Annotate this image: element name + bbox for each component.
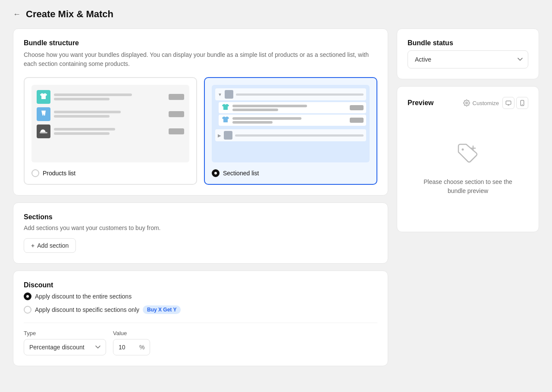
- discount-radio-group: Apply discount to the entire sections Ap…: [24, 292, 377, 314]
- sectioned-list-radio[interactable]: [212, 169, 220, 177]
- preview-lines-1: [54, 93, 165, 100]
- sectioned-list-option[interactable]: ▼: [204, 77, 377, 185]
- discount-fields: Type Percentage discount Fixed amount di…: [24, 330, 377, 355]
- value-input[interactable]: [113, 339, 139, 355]
- view-buttons: [502, 97, 528, 109]
- products-list-label: Products list: [43, 170, 75, 177]
- sectioned-list-label: Sectioned list: [223, 170, 259, 177]
- preview-icon-3: [37, 124, 50, 138]
- customize-button[interactable]: Customize: [463, 100, 499, 106]
- item-lines-2: [232, 117, 347, 124]
- preview-row-2: [37, 107, 184, 121]
- products-list-label-row: Products list: [31, 169, 189, 177]
- value-label: Value: [113, 330, 150, 336]
- value-field-group: Value %: [113, 330, 150, 355]
- structure-options: Products list ▼: [24, 77, 377, 185]
- customize-icon: [463, 100, 470, 106]
- left-column: Bundle structure Choose how you want you…: [13, 28, 388, 366]
- type-label: Type: [24, 330, 106, 336]
- main-layout: Bundle structure Choose how you want you…: [0, 28, 552, 379]
- products-list-option[interactable]: Products list: [24, 77, 197, 185]
- bundle-status-title: Bundle status: [408, 39, 528, 47]
- specific-sections-label: Apply discount to specific sections only: [35, 306, 139, 313]
- empty-state-icon: [456, 142, 480, 171]
- section-title-line: [236, 93, 364, 96]
- bundle-structure-desc: Choose how you want your bundles display…: [24, 50, 377, 68]
- item-lines-1: [232, 105, 347, 111]
- svg-point-7: [462, 149, 464, 151]
- plus-icon: +: [31, 242, 34, 249]
- section-icon: [225, 90, 233, 99]
- page-title: Create Mix & Match: [26, 9, 113, 20]
- page-header: ← Create Mix & Match: [0, 0, 552, 28]
- svg-rect-2: [506, 101, 511, 104]
- discount-radio-row-1: Apply discount to the entire sections: [24, 292, 377, 300]
- section-item-1: [219, 102, 366, 113]
- chevron-down-icon: ▼: [218, 92, 222, 97]
- preview-lines-3: [54, 128, 165, 135]
- back-button[interactable]: ←: [13, 10, 21, 19]
- sections-card: Sections Add sections you want your cust…: [13, 202, 388, 264]
- customize-label: Customize: [473, 100, 499, 106]
- preview-btn-1: [169, 94, 184, 100]
- preview-empty-state: Please choose section to see the bundle …: [408, 116, 528, 221]
- svg-point-1: [466, 102, 467, 104]
- divider: [24, 323, 377, 323]
- buy-x-get-y-badge: Buy X Get Y: [143, 305, 181, 314]
- desktop-icon: [505, 100, 511, 106]
- bundle-structure-title: Bundle structure: [24, 39, 377, 47]
- bundle-status-card: Bundle status Active Draft: [397, 28, 539, 79]
- svg-rect-0: [40, 132, 47, 134]
- sectioned-list-label-row: Sectioned list: [212, 169, 370, 177]
- add-section-label: Add section: [37, 242, 69, 249]
- section-title-line-2: [235, 134, 364, 137]
- sectioned-list-illustration: ▼: [212, 85, 370, 162]
- preview-title: Preview: [408, 99, 433, 107]
- value-unit: %: [139, 339, 150, 355]
- desktop-view-button[interactable]: [502, 97, 514, 109]
- value-input-wrap: %: [113, 339, 150, 355]
- section-header-expanded: ▼: [215, 88, 366, 100]
- preview-card: Preview Customize: [397, 86, 539, 232]
- entire-sections-label: Apply discount to the entire sections: [35, 293, 132, 300]
- preview-row-1: [37, 90, 184, 104]
- products-list-illustration: [31, 85, 189, 162]
- tshirt-icon-2: [221, 116, 230, 124]
- discount-title: Discount: [24, 281, 377, 289]
- right-column: Bundle status Active Draft Preview Custo…: [397, 28, 539, 366]
- preview-empty-text: Please choose section to see the bundle …: [416, 177, 520, 196]
- section-icon-2: [224, 131, 232, 140]
- section-body-1: [215, 102, 366, 126]
- section-header-collapsed: ▶: [215, 129, 366, 141]
- preview-btn-2: [169, 111, 184, 117]
- type-select[interactable]: Percentage discount Fixed amount discoun…: [24, 339, 106, 355]
- preview-actions: Customize: [463, 97, 528, 109]
- preview-row-3: [37, 124, 184, 138]
- sections-desc: Add sections you want your customers to …: [24, 224, 377, 231]
- discount-card: Discount Apply discount to the entire se…: [13, 271, 388, 366]
- preview-header: Preview Customize: [408, 97, 528, 109]
- sectioned-list-preview: ▼: [212, 85, 370, 162]
- chevron-right-icon: ▶: [218, 133, 221, 138]
- sections-title: Sections: [24, 213, 377, 221]
- entire-sections-radio[interactable]: [24, 292, 31, 300]
- tag-plus-icon: [456, 142, 480, 166]
- products-list-radio[interactable]: [31, 169, 39, 177]
- preview-lines-2: [54, 111, 165, 118]
- specific-sections-radio[interactable]: [24, 306, 31, 314]
- preview-icon-2: [37, 107, 50, 121]
- discount-radio-row-2: Apply discount to specific sections only…: [24, 305, 377, 314]
- bundle-structure-card: Bundle structure Choose how you want you…: [13, 28, 388, 196]
- products-list-preview: [31, 85, 189, 162]
- mobile-view-button[interactable]: [516, 97, 528, 109]
- preview-icon-1: [37, 90, 50, 104]
- tshirt-icon-1: [221, 103, 230, 112]
- status-select[interactable]: Active Draft: [408, 50, 528, 68]
- mobile-icon: [520, 100, 524, 106]
- add-section-button[interactable]: + Add section: [24, 238, 76, 253]
- type-field-group: Type Percentage discount Fixed amount di…: [24, 330, 106, 355]
- preview-btn-3: [169, 128, 184, 134]
- section-item-2: [219, 115, 366, 126]
